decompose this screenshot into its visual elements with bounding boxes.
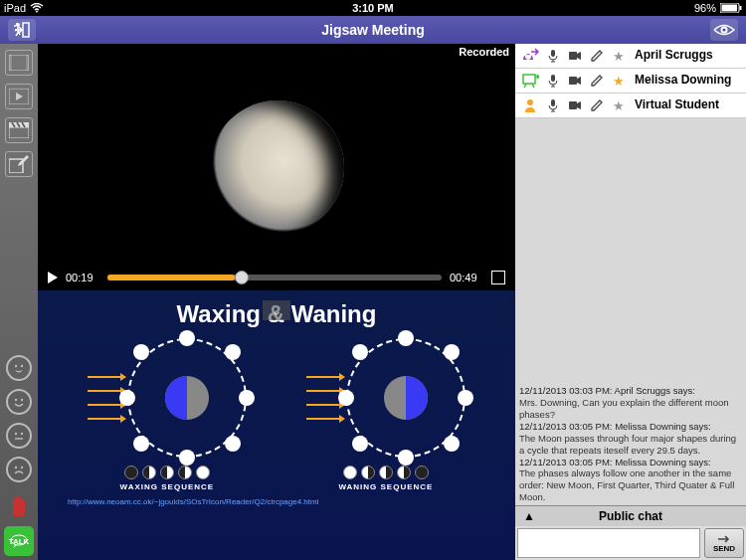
page-title: Jigsaw Meeting: [321, 22, 424, 38]
camera-icon[interactable]: [567, 98, 583, 112]
chat-input[interactable]: [517, 528, 700, 558]
participant-row[interactable]: ★ Melissa Downing: [515, 69, 746, 93]
participant-name: Virtual Student: [635, 98, 719, 111]
mic-icon[interactable]: [545, 74, 561, 88]
exit-button[interactable]: [8, 19, 36, 41]
camera-icon[interactable]: [567, 74, 583, 88]
right-panel: ★ April Scruggs ★ Melissa Downing ★ Virt…: [515, 44, 746, 560]
waxing-label: WAXING SEQUENCE: [120, 482, 215, 491]
chat-meta: 12/11/2013 03:05 PM: Melissa Downing say…: [519, 457, 742, 468]
participant-row[interactable]: ★ April Scruggs: [515, 44, 746, 69]
edit-icon[interactable]: [5, 151, 33, 177]
svg-point-17: [21, 399, 23, 401]
play-icon[interactable]: [48, 272, 58, 283]
waning-sequence: WANING SEQUENCE: [338, 466, 433, 491]
svg-rect-24: [569, 52, 577, 60]
svg-point-15: [21, 365, 23, 367]
svg-point-20: [15, 467, 17, 468]
chat-footer: ▲ Public chat SEND: [515, 505, 746, 560]
waning-label: WANING SEQUENCE: [338, 482, 433, 491]
svg-point-16: [15, 399, 17, 401]
collapse-icon: ▲: [523, 509, 535, 523]
participant-list: ★ April Scruggs ★ Melissa Downing ★ Virt…: [515, 44, 746, 118]
battery-percent: 96%: [694, 2, 716, 14]
slide-source-link[interactable]: http://www.neoam.cc.ok/~jgoulds/SOsTrIco…: [68, 497, 485, 506]
svg-rect-12: [9, 127, 29, 138]
talk-label: TALK: [9, 537, 30, 546]
slide-viewer: Waxing & Waning: [38, 290, 515, 560]
svg-rect-4: [23, 23, 29, 37]
clapper-icon[interactable]: [5, 117, 33, 143]
recorded-badge: Recorded: [459, 46, 509, 58]
expand-down-button[interactable]: ⌄: [263, 300, 290, 320]
chat-text: Mrs. Downing, Can you explain the differ…: [519, 397, 742, 421]
video-current-time: 00:19: [66, 272, 99, 283]
svg-point-0: [36, 11, 38, 13]
participant-name: Melissa Downing: [635, 74, 731, 87]
svg-point-5: [16, 23, 20, 27]
video-seek-thumb[interactable]: [235, 271, 249, 284]
send-arrow-icon: [717, 534, 731, 544]
svg-rect-23: [551, 50, 555, 57]
pen-icon[interactable]: [589, 49, 605, 63]
visibility-button[interactable]: [710, 19, 738, 41]
star-icon[interactable]: ★: [611, 98, 627, 113]
svg-point-14: [15, 365, 17, 367]
svg-point-7: [723, 29, 726, 32]
mic-icon[interactable]: [545, 49, 561, 63]
fullscreen-icon[interactable]: [491, 271, 505, 284]
svg-point-21: [21, 467, 23, 468]
app-header: Jigsaw Meeting: [0, 16, 746, 44]
mic-icon[interactable]: [545, 98, 561, 112]
clock: 3:10 PM: [352, 2, 394, 14]
role-icon: [521, 97, 539, 113]
participant-name: April Scruggs: [635, 49, 713, 62]
chat-text: The Moon passes through four major shape…: [519, 433, 742, 457]
svg-rect-27: [569, 77, 577, 85]
play-slide-icon[interactable]: [5, 84, 33, 109]
status-bar: iPad 3:10 PM 96%: [0, 0, 746, 16]
waning-diagram: [306, 338, 466, 458]
chat-meta: 12/11/2013 03:03 PM: April Scruggs says:: [519, 385, 742, 397]
star-icon[interactable]: ★: [611, 49, 627, 64]
chat-title: Public chat: [599, 509, 662, 523]
wifi-icon: [30, 3, 44, 13]
role-icon: [521, 73, 539, 89]
svg-rect-29: [551, 99, 555, 106]
emoji-sad-icon[interactable]: [6, 457, 32, 482]
svg-rect-25: [523, 75, 535, 84]
chat-toggle[interactable]: ▲ Public chat: [515, 506, 746, 526]
camera-icon[interactable]: [567, 49, 583, 63]
film-icon[interactable]: [5, 50, 33, 76]
star-icon[interactable]: ★: [611, 74, 627, 89]
talk-button[interactable]: TALK: [4, 526, 34, 556]
chat-meta: 12/11/2013 03:05 PM: Melissa Downing say…: [519, 421, 742, 433]
video-controls: 00:19 00:49: [38, 265, 515, 290]
pen-icon[interactable]: [589, 98, 605, 112]
battery-icon: [720, 3, 742, 13]
svg-rect-10: [26, 55, 29, 71]
svg-rect-9: [9, 55, 12, 71]
content-area: Recorded 00:19 00:49 ‹ › ⌄ Waxing & Wani…: [38, 44, 515, 560]
video-player[interactable]: Recorded 00:19 00:49: [38, 44, 515, 290]
video-duration: 00:49: [450, 272, 483, 283]
svg-rect-30: [569, 101, 577, 109]
emoji-happy-open-icon[interactable]: [6, 355, 32, 381]
video-seek-track[interactable]: [107, 275, 442, 280]
video-thumbnail-moon: [210, 100, 344, 235]
chat-text: The phases always follow one another in …: [519, 467, 742, 503]
participant-row[interactable]: ★ Virtual Student: [515, 93, 746, 118]
emoji-neutral-icon[interactable]: [6, 423, 32, 449]
pen-icon[interactable]: [589, 74, 605, 88]
raise-hand-icon[interactable]: [7, 494, 31, 518]
role-icon: [521, 48, 539, 64]
left-toolbar: TALK: [0, 44, 38, 560]
svg-point-18: [15, 433, 17, 435]
send-button[interactable]: SEND: [704, 528, 744, 558]
svg-rect-26: [551, 75, 555, 82]
carrier-label: iPad: [4, 2, 26, 14]
svg-point-28: [527, 99, 533, 105]
svg-rect-2: [722, 5, 738, 12]
waxing-diagram: [88, 338, 247, 458]
emoji-happy-icon[interactable]: [6, 389, 32, 415]
